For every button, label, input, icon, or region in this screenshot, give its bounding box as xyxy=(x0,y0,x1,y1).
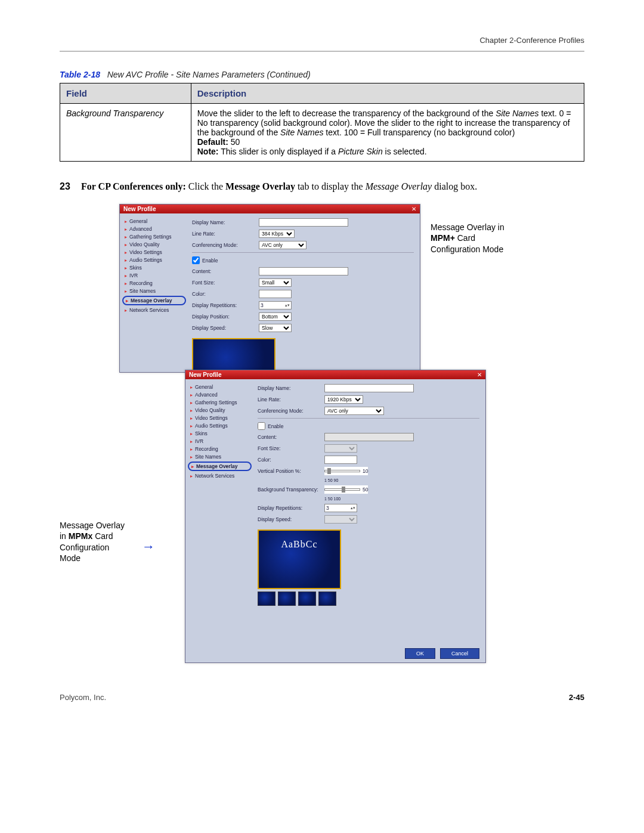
label-vertical-position: Vertical Position %: xyxy=(258,468,324,474)
header-rule xyxy=(60,51,584,52)
display-name-input[interactable] xyxy=(324,384,414,392)
background-transparency-slider[interactable]: 50 xyxy=(324,485,368,494)
nav-site-names[interactable]: ▸Site Names xyxy=(125,288,186,294)
nav-gathering[interactable]: ▸Gathering Settings xyxy=(125,234,186,240)
arrow-icon: ▸ xyxy=(190,439,193,444)
label-content: Content: xyxy=(192,268,259,274)
nav-network-services[interactable]: ▸Network Services xyxy=(190,473,252,479)
nav-audio-settings[interactable]: ▸Audio Settings xyxy=(190,423,252,429)
display-name-input[interactable] xyxy=(259,218,348,227)
nav-gathering[interactable]: ▸Gathering Settings xyxy=(190,400,252,405)
label-enable: Enable xyxy=(268,423,283,429)
thumb-icon xyxy=(258,592,275,606)
figure-area: Message Overlay in MPM+ Card Configurati… xyxy=(119,204,584,669)
display-repetitions-spinner[interactable]: 3▴▾ xyxy=(324,504,357,512)
dialog-titlebar: New Profile ✕ xyxy=(120,205,420,213)
label-font-size: Font Size: xyxy=(192,280,259,286)
content-input[interactable] xyxy=(324,433,414,441)
color-select[interactable]: AaBbCc xyxy=(259,290,292,298)
display-repetitions-spinner[interactable]: 3▴▾ xyxy=(259,301,292,309)
nav-ivr[interactable]: ▸IVR xyxy=(190,438,252,444)
page-footer: Polycom, Inc. 2-45 xyxy=(60,693,584,702)
label-font-size: Font Size: xyxy=(258,445,324,451)
arrow-icon: ▸ xyxy=(125,289,127,294)
label-display-name: Display Name: xyxy=(192,219,259,225)
nav-video-settings[interactable]: ▸Video Settings xyxy=(190,415,252,421)
nav-video-quality[interactable]: ▸Video Quality xyxy=(125,241,186,247)
label-conf-mode: Conferencing Mode: xyxy=(192,242,259,248)
form-panel: Display Name: Line Rate:384 Kbps Confere… xyxy=(188,213,420,371)
preview-text: AaBbCc xyxy=(259,531,340,550)
display-speed-select[interactable]: Slow xyxy=(259,324,292,332)
font-size-select[interactable]: Small xyxy=(259,278,292,287)
conf-mode-select[interactable]: AVC only xyxy=(259,241,306,249)
arrow-icon: ▸ xyxy=(125,234,127,240)
nav-network-services[interactable]: ▸Network Services xyxy=(125,307,186,313)
col-field: Field xyxy=(60,83,191,104)
arrow-icon: ▸ xyxy=(125,219,127,224)
nav-general[interactable]: ▸General xyxy=(125,218,186,224)
arrow-icon: ▸ xyxy=(125,250,127,255)
callout-mpmx: Message Overlay in MPMx Card Configurati… xyxy=(60,520,131,563)
thumb-icon xyxy=(298,592,316,606)
nav-message-overlay[interactable]: ▸Message Overlay xyxy=(188,462,252,471)
close-icon[interactable]: ✕ xyxy=(477,371,482,378)
arrow-icon: ▸ xyxy=(125,265,127,271)
line-rate-select[interactable]: 384 Kbps xyxy=(259,230,295,238)
nav-recording[interactable]: ▸Recording xyxy=(190,446,252,452)
arrow-icon: ▸ xyxy=(190,400,193,405)
content-input[interactable] xyxy=(259,267,348,275)
arrow-icon: ▸ xyxy=(190,473,193,479)
nav-panel: ▸General ▸Advanced ▸Gathering Settings ▸… xyxy=(120,213,188,371)
arrow-icon: ▸ xyxy=(190,385,193,390)
display-position-select[interactable]: Bottom xyxy=(259,312,292,321)
label-display-repetitions: Display Repetitions: xyxy=(192,302,259,308)
preview-thumbs xyxy=(258,592,347,606)
instruction-step: 23 For CP Conferences only: Click the Me… xyxy=(60,179,584,193)
enable-checkbox[interactable] xyxy=(192,256,200,264)
close-icon[interactable]: ✕ xyxy=(411,206,416,212)
nav-panel: ▸General ▸Advanced ▸Gathering Settings ▸… xyxy=(185,379,254,662)
nav-skins[interactable]: ▸Skins xyxy=(190,431,252,436)
dialog-title: New Profile xyxy=(189,371,221,378)
cancel-button[interactable]: Cancel xyxy=(440,648,479,659)
arrow-icon: ▸ xyxy=(190,408,193,413)
label-display-speed: Display Speed: xyxy=(258,516,324,522)
font-size-select[interactable] xyxy=(324,444,357,453)
nav-audio-settings[interactable]: ▸Audio Settings xyxy=(125,257,186,263)
color-select[interactable]: AaBbCc xyxy=(324,456,357,464)
ok-button[interactable]: OK xyxy=(405,648,435,659)
new-profile-dialog-mpm-plus: New Profile ✕ ▸General ▸Advanced ▸Gather… xyxy=(119,204,420,373)
label-color: Color: xyxy=(192,291,259,297)
nav-skins[interactable]: ▸Skins xyxy=(125,265,186,271)
label-display-name: Display Name: xyxy=(258,385,324,391)
nav-general[interactable]: ▸General xyxy=(190,384,252,390)
nav-message-overlay[interactable]: ▸Message Overlay xyxy=(122,296,186,305)
line-rate-select[interactable]: 1920 Kbps xyxy=(324,395,363,404)
nav-recording[interactable]: ▸Recording xyxy=(125,280,186,286)
label-conf-mode: Conferencing Mode: xyxy=(258,408,324,414)
nav-advanced[interactable]: ▸Advanced xyxy=(125,226,186,232)
nav-site-names[interactable]: ▸Site Names xyxy=(190,454,252,460)
preview-pane: AaBbCc xyxy=(258,529,341,589)
enable-checkbox[interactable] xyxy=(258,422,265,430)
label-display-speed: Display Speed: xyxy=(192,325,259,331)
arrow-icon: ▸ xyxy=(125,273,127,278)
conf-mode-select[interactable]: AVC only xyxy=(324,407,384,415)
display-speed-select[interactable] xyxy=(324,515,357,524)
table-title: New AVC Profile - Site Names Parameters … xyxy=(107,70,311,79)
nav-ivr[interactable]: ▸IVR xyxy=(125,272,186,278)
thumb-icon xyxy=(318,592,336,606)
arrow-icon: ▸ xyxy=(190,416,193,421)
label-content: Content: xyxy=(258,434,324,440)
new-profile-dialog-mpmx: New Profile ✕ ▸General ▸Advanced ▸Gather… xyxy=(185,370,486,663)
table-caption: Table 2-18 New AVC Profile - Site Names … xyxy=(60,70,584,79)
nav-video-settings[interactable]: ▸Video Settings xyxy=(125,249,186,255)
thumb-icon xyxy=(278,592,296,606)
arrow-icon: ▸ xyxy=(190,392,193,398)
nav-video-quality[interactable]: ▸Video Quality xyxy=(190,407,252,413)
vertical-position-slider[interactable]: 10 xyxy=(324,467,368,475)
label-background-transparency: Background Transparency: xyxy=(258,487,324,493)
nav-advanced[interactable]: ▸Advanced xyxy=(190,392,252,398)
arrow-icon: ▸ xyxy=(125,308,127,313)
